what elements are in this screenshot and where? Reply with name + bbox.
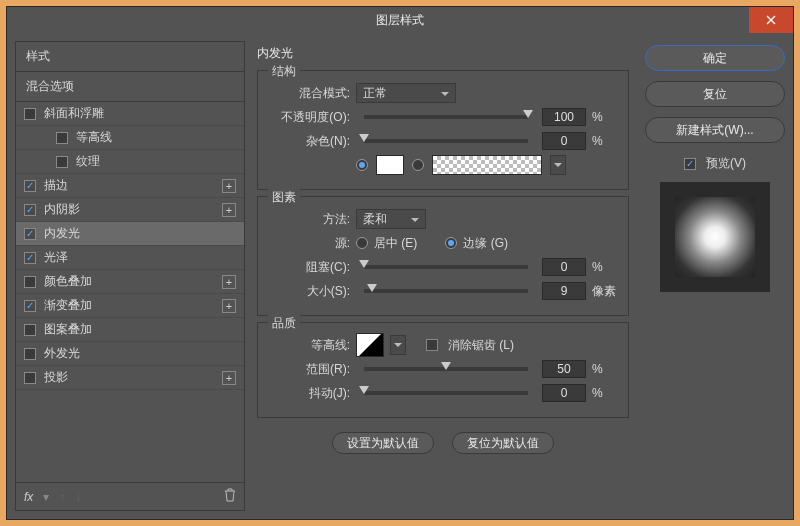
style-checkbox[interactable] [24,252,36,264]
style-item-10[interactable]: 外发光 [16,342,244,366]
percent-unit: % [592,260,616,274]
add-icon[interactable]: + [222,371,236,385]
style-item-11[interactable]: 投影+ [16,366,244,390]
opacity-slider[interactable] [364,115,528,119]
close-button[interactable] [749,7,793,33]
percent-unit: % [592,386,616,400]
gradient-radio[interactable] [412,159,424,171]
style-item-9[interactable]: 图案叠加 [16,318,244,342]
add-icon[interactable]: + [222,203,236,217]
size-input[interactable]: 9 [542,282,586,300]
color-swatch[interactable] [376,155,404,175]
style-checkbox[interactable] [24,372,36,384]
percent-unit: % [592,134,616,148]
antialias-label: 消除锯齿 (L) [448,337,514,354]
contour-picker[interactable] [356,333,384,357]
color-radio[interactable] [356,159,368,171]
add-icon[interactable]: + [222,275,236,289]
styles-header: 样式 [16,42,244,72]
jitter-input[interactable]: 0 [542,384,586,402]
make-default-button[interactable]: 设置为默认值 [332,432,434,454]
structure-group: 结构 混合模式: 正常 不透明度(O): 100 % 杂色(N): 0 % [257,70,629,190]
settings-panel: 内发光 结构 混合模式: 正常 不透明度(O): 100 % 杂色(N): 0 [253,41,637,511]
reset-default-button[interactable]: 复位为默认值 [452,432,554,454]
style-label: 描边 [44,177,68,194]
style-label: 投影 [44,369,68,386]
chevron-down-icon[interactable]: ▾ [43,490,49,504]
source-center-radio[interactable] [356,237,368,249]
style-checkbox[interactable] [24,228,36,240]
antialias-checkbox[interactable] [426,339,438,351]
style-checkbox[interactable] [56,132,68,144]
style-checkbox[interactable] [24,300,36,312]
style-checkbox[interactable] [24,180,36,192]
style-label: 外发光 [44,345,80,362]
preview-toggle-row: 预览(V) [645,155,785,172]
style-checkbox[interactable] [24,276,36,288]
up-arrow-icon[interactable]: ↑ [59,490,65,504]
contour-label: 等高线: [270,337,350,354]
style-item-3[interactable]: 描边+ [16,174,244,198]
style-checkbox[interactable] [24,348,36,360]
style-checkbox[interactable] [24,324,36,336]
styles-footer: fx ▾ ↑ ↓ [16,482,244,510]
blending-options[interactable]: 混合选项 [16,72,244,102]
style-checkbox[interactable] [24,108,36,120]
jitter-slider[interactable] [364,391,528,395]
section-title: 内发光 [257,45,629,62]
technique-label: 方法: [270,211,350,228]
preview-swatch [675,197,755,277]
noise-input[interactable]: 0 [542,132,586,150]
style-item-5[interactable]: 内发光 [16,222,244,246]
style-item-8[interactable]: 渐变叠加+ [16,294,244,318]
source-label: 源: [270,235,350,252]
style-item-6[interactable]: 光泽 [16,246,244,270]
style-item-4[interactable]: 内阴影+ [16,198,244,222]
gradient-dropdown[interactable] [550,155,566,175]
window-title: 图层样式 [376,12,424,29]
source-edge-label: 边缘 (G) [463,235,508,252]
opacity-label: 不透明度(O): [270,109,350,126]
px-unit: 像素 [592,283,616,300]
style-label: 内阴影 [44,201,80,218]
gradient-swatch[interactable] [432,155,542,175]
cancel-button[interactable]: 复位 [645,81,785,107]
source-center-label: 居中 (E) [374,235,417,252]
add-icon[interactable]: + [222,299,236,313]
noise-slider[interactable] [364,139,528,143]
jitter-label: 抖动(J): [270,385,350,402]
trash-icon[interactable] [224,488,236,505]
source-edge-radio[interactable] [445,237,457,249]
choke-slider[interactable] [364,265,528,269]
style-checkbox[interactable] [56,156,68,168]
size-slider[interactable] [364,289,528,293]
technique-dropdown[interactable]: 柔和 [356,209,426,229]
add-icon[interactable]: + [222,179,236,193]
range-label: 范围(R): [270,361,350,378]
ok-button[interactable]: 确定 [645,45,785,71]
style-item-7[interactable]: 颜色叠加+ [16,270,244,294]
opacity-input[interactable]: 100 [542,108,586,126]
dialog-body: 样式 混合选项 斜面和浮雕等高线纹理描边+内阴影+内发光光泽颜色叠加+渐变叠加+… [7,33,793,519]
style-checkbox[interactable] [24,204,36,216]
contour-dropdown[interactable] [390,335,406,355]
choke-label: 阻塞(C): [270,259,350,276]
down-arrow-icon[interactable]: ↓ [75,490,81,504]
style-label: 图案叠加 [44,321,92,338]
choke-input[interactable]: 0 [542,258,586,276]
style-label: 渐变叠加 [44,297,92,314]
fx-menu[interactable]: fx [24,490,33,504]
new-style-button[interactable]: 新建样式(W)... [645,117,785,143]
style-label: 纹理 [76,153,100,170]
style-list: 斜面和浮雕等高线纹理描边+内阴影+内发光光泽颜色叠加+渐变叠加+图案叠加外发光投… [16,102,244,482]
style-item-2[interactable]: 纹理 [16,150,244,174]
range-slider[interactable] [364,367,528,371]
style-item-1[interactable]: 等高线 [16,126,244,150]
style-item-0[interactable]: 斜面和浮雕 [16,102,244,126]
range-input[interactable]: 50 [542,360,586,378]
default-buttons-row: 设置为默认值 复位为默认值 [257,432,629,454]
preview-checkbox[interactable] [684,158,696,170]
close-icon [766,15,776,25]
blend-mode-dropdown[interactable]: 正常 [356,83,456,103]
style-label: 等高线 [76,129,112,146]
